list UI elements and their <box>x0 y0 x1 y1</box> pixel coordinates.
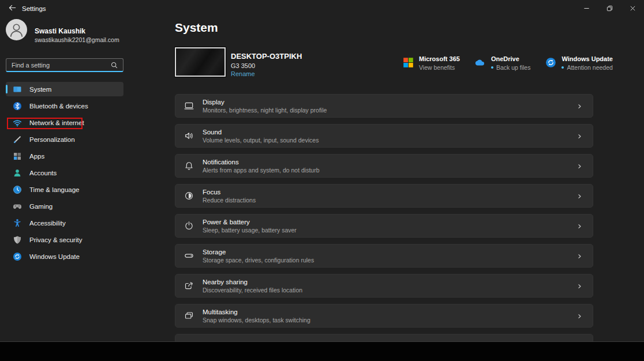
chevron-right-icon <box>576 312 583 319</box>
chevron-right-icon <box>576 252 583 260</box>
sidebar-nav: System Bluetooth & devices Network & int… <box>6 82 123 266</box>
onedrive-icon <box>475 57 486 68</box>
restore-icon <box>606 3 613 14</box>
settings-row-title: Display <box>203 99 576 106</box>
settings-row-subtitle: Reduce distractions <box>203 197 576 204</box>
sidebar-item-label: Apps <box>29 153 44 160</box>
search-box <box>6 58 123 72</box>
personalization-icon <box>13 135 22 144</box>
bluetooth-icon <box>13 101 22 111</box>
settings-row-subtitle: Sleep, battery usage, battery saver <box>203 227 576 234</box>
close-button[interactable] <box>621 0 644 17</box>
quick-link-onedrive[interactable]: OneDrive Back up files <box>475 55 531 71</box>
system-icon <box>13 85 22 94</box>
quick-link-microsoft-365[interactable]: Microsoft 365 View benefits <box>403 55 460 71</box>
chevron-right-icon <box>576 192 583 200</box>
sidebar-item-label: Accounts <box>29 170 57 176</box>
sidebar-item-label: Accessibility <box>29 220 66 227</box>
privacy-security-icon <box>13 235 22 245</box>
profile-name: Swasti Kaushik <box>35 27 85 35</box>
display-icon <box>184 101 194 111</box>
notifications-icon <box>184 161 194 171</box>
sidebar-item-system[interactable]: System <box>6 82 123 96</box>
device-model: G3 3500 <box>231 62 255 69</box>
back-button[interactable] <box>5 3 20 14</box>
settings-row-storage[interactable]: Storage Storage space, drives, configura… <box>175 244 593 268</box>
settings-row-power-battery[interactable]: Power & battery Sleep, battery usage, ba… <box>175 214 593 238</box>
maximize-button[interactable] <box>598 0 621 17</box>
settings-row-title: Power & battery <box>203 219 576 225</box>
settings-row-title: Notifications <box>203 159 576 166</box>
back-arrow-icon <box>8 3 17 14</box>
rename-link[interactable]: Rename <box>231 70 255 77</box>
quick-link-subtitle: View benefits <box>419 64 455 71</box>
settings-row-subtitle: Discoverability, received files location <box>203 287 576 294</box>
device-thumbnail <box>175 47 226 77</box>
network-icon <box>13 118 22 127</box>
minimize-button[interactable] <box>575 0 598 17</box>
settings-row-title: Nearby sharing <box>203 279 576 285</box>
avatar[interactable] <box>6 19 27 40</box>
sidebar-item-label: Gaming <box>29 203 53 210</box>
sidebar-item-time-language[interactable]: Time & language <box>6 182 123 197</box>
sidebar-item-network-internet[interactable]: Network & internet <box>6 115 123 130</box>
quick-link-subtitle: Back up files <box>496 64 531 71</box>
settings-row-title: Sound <box>203 129 576 136</box>
status-bullet <box>491 66 493 69</box>
quick-link-subtitle: Attention needed <box>567 64 612 71</box>
sidebar-item-apps[interactable]: Apps <box>6 149 123 163</box>
status-bullet <box>561 66 564 69</box>
sidebar-item-label: Network & internet <box>29 119 84 126</box>
nearby-sharing-icon <box>184 281 194 291</box>
settings-row-partial[interactable] <box>175 334 593 342</box>
settings-row-subtitle: Alerts from apps and system, do not dist… <box>203 167 576 174</box>
accessibility-icon <box>13 219 22 228</box>
chevron-right-icon <box>576 222 583 230</box>
search-input[interactable] <box>6 62 110 69</box>
settings-window: Settings Swasti Kaushik swastikaushik220… <box>0 0 644 342</box>
quick-links: Microsoft 365 View benefits OneDrive Bac… <box>403 55 596 71</box>
settings-row-display[interactable]: Display Monitors, brightness, night ligh… <box>175 94 593 118</box>
sidebar-item-personalization[interactable]: Personalization <box>6 132 123 146</box>
settings-row-notifications[interactable]: Notifications Alerts from apps and syste… <box>175 154 593 178</box>
app-title: Settings <box>22 5 46 12</box>
settings-row-focus[interactable]: Focus Reduce distractions <box>175 184 593 208</box>
sidebar-item-accessibility[interactable]: Accessibility <box>6 216 123 230</box>
sidebar-item-label: Bluetooth & devices <box>29 103 88 110</box>
window-controls <box>575 0 644 17</box>
sidebar-item-accounts[interactable]: Accounts <box>6 166 123 180</box>
sidebar-item-windows-update[interactable]: Windows Update <box>6 249 123 264</box>
focus-icon <box>184 191 194 201</box>
settings-row-nearby-sharing[interactable]: Nearby sharing Discoverability, received… <box>175 274 593 298</box>
minimize-icon <box>583 3 590 14</box>
windows-update-icon <box>545 57 556 68</box>
close-icon <box>630 3 636 14</box>
settings-row-multitasking[interactable]: Multitasking Snap windows, desktops, tas… <box>175 304 593 328</box>
power-battery-icon <box>184 221 194 231</box>
quick-link-title: Windows Update <box>561 55 613 62</box>
chevron-right-icon <box>576 132 583 140</box>
settings-row-subtitle: Snap windows, desktops, task switching <box>203 317 576 324</box>
windows-update-icon <box>13 252 22 261</box>
quick-link-windows-update[interactable]: Windows Update Attention needed <box>545 55 613 71</box>
sidebar-item-privacy-security[interactable]: Privacy & security <box>6 232 123 247</box>
selected-indicator <box>6 85 8 93</box>
apps-icon <box>13 152 22 161</box>
sidebar-item-label: Privacy & security <box>29 236 82 243</box>
sidebar-item-gaming[interactable]: Gaming <box>6 199 123 213</box>
sound-icon <box>184 131 194 141</box>
sidebar-item-label: Personalization <box>29 136 75 143</box>
chevron-right-icon <box>576 282 583 289</box>
titlebar: Settings <box>0 0 644 17</box>
settings-row-sound[interactable]: Sound Volume levels, output, input, soun… <box>175 124 593 148</box>
settings-row-title: Focus <box>203 189 576 195</box>
search-icon[interactable] <box>110 61 118 69</box>
sidebar-item-bluetooth-devices[interactable]: Bluetooth & devices <box>6 99 123 113</box>
time-language-icon <box>13 185 22 194</box>
ms-365-icon <box>403 57 414 68</box>
device-name: DESKTOP-O3TPIKH <box>231 52 302 61</box>
profile-email: swastikaushik2201@gmail.com <box>35 36 119 43</box>
quick-link-title: Microsoft 365 <box>419 55 460 62</box>
chevron-right-icon <box>576 102 583 110</box>
quick-link-title: OneDrive <box>491 55 531 62</box>
